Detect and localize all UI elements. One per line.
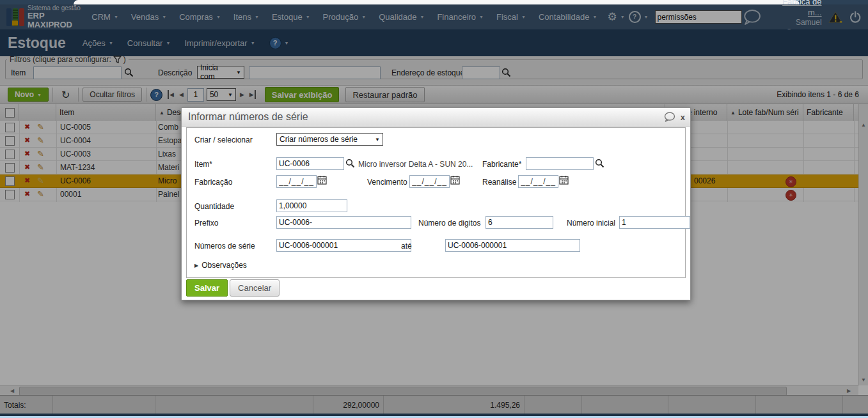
comment-bubble-icon[interactable] (663, 112, 675, 122)
vencimento-label: Vencimento (367, 178, 407, 187)
reanalise-label: Reanálise (482, 178, 516, 187)
search-icon[interactable] (345, 159, 355, 168)
serie-to-input[interactable] (445, 239, 580, 252)
close-icon[interactable]: x (681, 112, 685, 122)
fabricante-input[interactable] (526, 157, 594, 170)
calendar-icon[interactable] (559, 175, 569, 185)
serial-numbers-modal: Informar números de série x Criar / sele… (181, 107, 691, 300)
criar-selecionar-select[interactable]: Criar números de série▼ (276, 133, 383, 146)
app-screen: Sistema de gestão ERP MAXIPROD CRM▼ Vend… (0, 0, 868, 418)
item-input[interactable] (276, 157, 344, 170)
calendar-icon[interactable] (317, 175, 327, 185)
numeros-serie-label: Números de série (194, 242, 255, 251)
chevron-right-icon: ▶ (194, 263, 198, 268)
fabricacao-label: Fabricação (194, 178, 232, 187)
vencimento-date-input[interactable] (409, 175, 450, 188)
numero-digitos-input[interactable] (485, 216, 553, 229)
item-label: Item* (194, 160, 212, 169)
cancelar-button[interactable]: Cancelar (230, 279, 280, 297)
criar-selecionar-label: Criar / selecionar (194, 135, 253, 144)
numero-inicial-input[interactable] (619, 216, 690, 229)
modal-title: Informar números de série (188, 111, 308, 123)
fabricante-label: Fabricante* (482, 160, 521, 169)
reanalise-date-input[interactable] (518, 175, 558, 188)
fabricacao-date-input[interactable] (276, 175, 317, 188)
browser-top-white (74, 0, 800, 4)
quantidade-label: Quantidade (194, 202, 234, 211)
browser-top-strip (0, 0, 868, 4)
numero-digitos-label: Número de digitos (418, 219, 480, 228)
search-icon[interactable] (595, 159, 604, 168)
serie-from-input[interactable] (276, 239, 411, 252)
observacoes-expander[interactable]: ▶ Observações (194, 261, 247, 270)
quantidade-input[interactable] (276, 199, 347, 212)
calendar-icon[interactable] (450, 175, 460, 185)
prefixo-label: Prefixo (194, 219, 218, 228)
chevron-down-icon: ▼ (375, 137, 380, 143)
ate-label: até (401, 242, 412, 251)
modal-buttons: Salvar Cancelar (186, 279, 280, 297)
modal-titlebar[interactable]: Informar números de série x (182, 108, 690, 127)
item-description: Micro inversor Delta A - SUN 20... (358, 160, 473, 169)
modal-fieldset: Criar / selecionar Criar números de séri… (186, 127, 686, 278)
salvar-button[interactable]: Salvar (186, 279, 228, 297)
numero-inicial-label: Número inicial (567, 219, 615, 228)
prefixo-input[interactable] (276, 216, 411, 229)
